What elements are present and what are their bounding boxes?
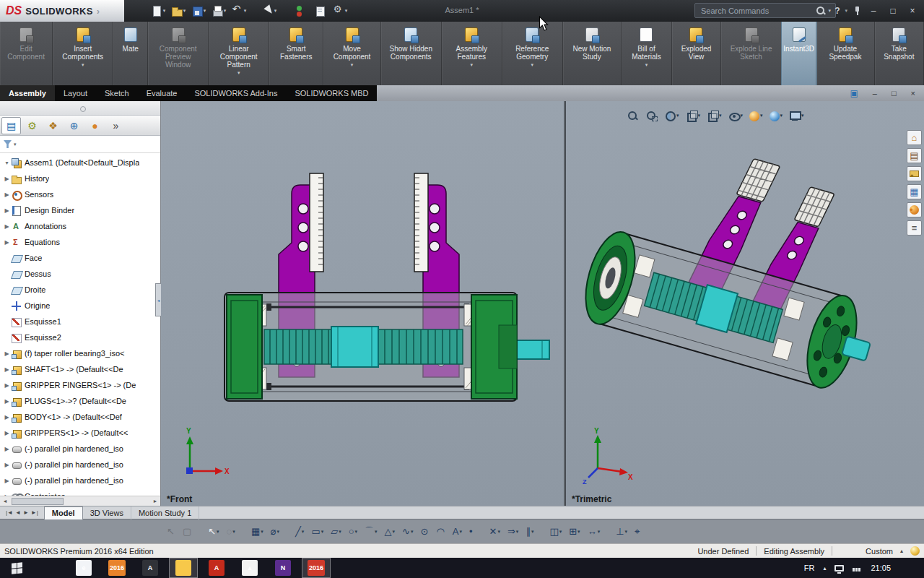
apply-scene-icon[interactable]: ▾ (770, 111, 783, 121)
ellipse-tool[interactable]: ⊙ (419, 522, 432, 541)
search-commands-input[interactable] (699, 6, 813, 16)
spline-tool[interactable]: ∿ ▾ (400, 522, 415, 541)
solidworks-resources-icon[interactable]: ⌂ (907, 130, 922, 145)
ribbon-button[interactable]: Assembly Features ▾ (442, 22, 502, 85)
ribbon-button[interactable]: Linear Component Pattern ▾ (209, 22, 269, 85)
panel-collapse-handle[interactable]: ◂ (155, 283, 161, 316)
dark-app[interactable]: A (136, 558, 165, 578)
dimxpertmanager-tab[interactable]: ⊕ (64, 117, 84, 134)
options-icon[interactable]: ▾ (331, 2, 349, 20)
view-tab[interactable]: 3D Views (83, 506, 131, 519)
scroll-left-icon[interactable]: ◄ (0, 499, 10, 504)
clock[interactable]: 21:05 (871, 564, 891, 572)
select-icon[interactable]: ▾ (260, 2, 279, 20)
undo-icon[interactable]: ▾ (230, 2, 248, 20)
tree-item[interactable]: ▶ (-) parallel pin hardened_iso (0, 473, 160, 488)
command-tab[interactable]: SOLIDWORKS MBD (286, 85, 377, 101)
expand-arrow-icon[interactable]: ▶ (3, 414, 11, 420)
custom-properties-icon[interactable]: ≡ (907, 220, 922, 236)
purple-app[interactable]: N (269, 558, 297, 578)
viewport-splitter[interactable] (564, 101, 566, 506)
scrollbar-thumb[interactable] (12, 498, 64, 505)
tree-item[interactable]: ▶ GRIPPER FINGERS<1> -> (De (0, 377, 160, 393)
slot-tool[interactable]: ▱ ▾ (328, 522, 344, 541)
tree-item[interactable]: ▶ Sensors (0, 186, 160, 202)
configuration-caret-icon[interactable]: ▴ (900, 548, 903, 554)
box-select-tool[interactable]: ▢ (180, 522, 194, 541)
search-commands-box[interactable]: ▾ (694, 3, 836, 18)
tab-nav-arrow-icon[interactable]: ►| (31, 509, 38, 516)
linear-sketch-pattern-tool[interactable]: ⊞ ▾ (567, 522, 582, 541)
expand-arrow-icon[interactable]: ▶ (3, 430, 11, 436)
ribbon-button[interactable]: Exploded View (672, 22, 721, 85)
rebuild-icon[interactable] (290, 2, 309, 20)
select-menu[interactable]: ↖ ▾ (206, 522, 221, 541)
restore-button[interactable]: □ (886, 6, 900, 16)
sketch-fillet-tool[interactable]: ◠ (434, 522, 447, 541)
expand-arrow-icon[interactable]: ▶ (3, 207, 11, 214)
open-icon[interactable]: ▾ (169, 2, 188, 20)
command-tab[interactable]: Evaluate (138, 85, 186, 101)
view-settings-icon[interactable]: ▾ (789, 110, 804, 121)
panel-tabs-overflow[interactable]: » (106, 117, 126, 134)
tree-item[interactable]: ▶ GRIPPERS<1> -> (Default<< (0, 425, 160, 441)
tree-item[interactable]: Esquisse1 (0, 314, 160, 329)
featuremanager-tab[interactable]: ▤ (1, 117, 21, 134)
view-tab[interactable]: Motion Study 1 (131, 506, 199, 519)
section-view-icon[interactable]: ▾ (664, 110, 679, 121)
expand-arrow-icon[interactable]: ▶ (3, 382, 11, 389)
arc-tool[interactable]: ⌒ ▾ (362, 522, 380, 541)
expand-arrow-icon[interactable]: ▶ (3, 478, 11, 484)
tree-filter-row[interactable]: ▾ (0, 136, 160, 153)
tree-item[interactable]: Dessus (0, 266, 160, 282)
expand-arrow-icon[interactable]: ▶ (3, 350, 11, 357)
zoom-area-icon[interactable] (645, 110, 658, 121)
filter-caret-icon[interactable]: ▾ (14, 142, 17, 147)
file-explorer-app[interactable] (169, 558, 198, 578)
minimize-button[interactable]: – (866, 6, 881, 16)
ribbon-button[interactable]: Mate (113, 22, 148, 85)
gripper-pads[interactable] (310, 173, 428, 272)
configuration-selector[interactable]: Custom (866, 547, 893, 556)
expand-arrow-icon[interactable]: ▶ (3, 191, 11, 198)
command-tab[interactable]: Sketch (96, 85, 138, 101)
tree-item[interactable]: ▶ (-) parallel pin hardened_iso (0, 441, 160, 457)
sketch-tool[interactable]: ▦ ▾ (249, 522, 266, 541)
mirror-entities-tool[interactable]: ◫ ▾ (547, 522, 564, 541)
tree-item[interactable]: ▶ Annotations (0, 218, 160, 234)
document-restore-button[interactable]: □ (892, 90, 897, 98)
file-properties-icon[interactable] (310, 2, 329, 20)
hidden-icons-chevron-icon[interactable]: ▴ (823, 565, 826, 571)
vlc-app[interactable]: ▲ (235, 558, 264, 578)
tree-item[interactable]: ▶ Equations (0, 234, 160, 250)
ribbon-button[interactable]: New Motion Study (563, 22, 622, 85)
tree-horizontal-scrollbar[interactable]: ◄ ► (0, 496, 160, 506)
save-icon[interactable]: ▾ (189, 2, 208, 20)
tree-item[interactable]: Face (0, 250, 160, 266)
close-button[interactable]: × (905, 6, 920, 16)
expand-arrow-icon[interactable]: ▶ (3, 462, 11, 468)
view-orientation-icon[interactable]: ▾ (686, 110, 701, 121)
view-palette-icon[interactable]: ▦ (907, 184, 922, 199)
document-minimize-button[interactable]: – (873, 90, 877, 98)
tree-item[interactable]: ▶ (-) parallel pin hardened_iso (0, 457, 160, 473)
ribbon-button[interactable]: Explode Line Sketch (721, 22, 782, 85)
display-tray-icon[interactable] (834, 565, 844, 571)
acrobat-app[interactable]: A (202, 558, 231, 578)
tree-item[interactable]: Esquisse2 (0, 329, 160, 345)
point-tool[interactable]: • (467, 522, 476, 541)
expand-arrow-icon[interactable]: ▶ (3, 366, 11, 373)
browser-app[interactable]: e (69, 558, 98, 578)
select-tool[interactable]: ↖ (165, 522, 178, 541)
solidworks-app[interactable]: 2016 (302, 558, 331, 578)
smart-dimension-tool[interactable]: ⌀ ▾ (269, 522, 282, 541)
ribbon-button[interactable]: Insert Components ▾ (53, 22, 113, 85)
ribbon-button[interactable]: Show Hidden Components (381, 22, 442, 85)
tree-item[interactable]: ▶ Contraintes (0, 488, 160, 496)
quick-snaps-tool[interactable]: ⌖ (632, 522, 642, 541)
panel-splitter-handle[interactable] (0, 101, 160, 116)
ribbon-button[interactable]: Bill of Materials ▾ (622, 22, 672, 85)
network-tray-icon[interactable] (853, 564, 862, 571)
display-relations-tool[interactable]: ⊥ ▾ (614, 522, 629, 541)
convert-entities-tool[interactable]: ⇒ ▾ (505, 522, 520, 541)
